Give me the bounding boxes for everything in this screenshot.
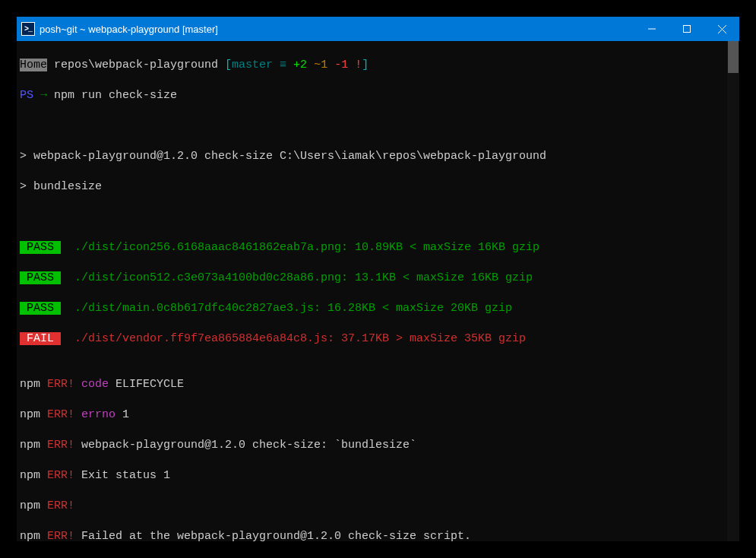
titlebar[interactable]: posh~git ~ webpack-playground [master] (17, 17, 739, 41)
check-message: ./dist/vendor.ff9f7ea865884e6a84c8.js: 3… (61, 332, 526, 345)
check-fail-line: FAIL ./dist/vendor.ff9f7ea865884e6a84c8.… (20, 331, 724, 347)
pass-badge: PASS (20, 271, 61, 284)
close-button[interactable] (704, 17, 739, 41)
npm-error: npm ERR! (20, 499, 724, 514)
npm-error: npm ERR! webpack-playground@1.2.0 check-… (20, 438, 724, 453)
powershell-icon (21, 22, 35, 36)
check-message: ./dist/icon256.6168aaac8461862eab7a.png:… (61, 241, 539, 254)
window-controls (634, 17, 739, 41)
maximize-button[interactable] (669, 17, 704, 41)
npm-error: npm ERR! Exit status 1 (20, 468, 724, 483)
scrollbar-thumb[interactable] (728, 41, 739, 73)
npm-error: npm ERR! Failed at the webpack-playgroun… (20, 529, 724, 541)
svg-rect-1 (684, 26, 691, 33)
check-pass-line: PASS ./dist/main.0c8b617dfc40c2827ae3.js… (20, 301, 724, 316)
check-message: ./dist/main.0c8b617dfc40c2827ae3.js: 16.… (61, 302, 512, 315)
pass-badge: PASS (20, 241, 61, 254)
minimize-icon (648, 25, 656, 33)
maximize-icon (683, 25, 691, 33)
check-pass-line: PASS ./dist/icon256.6168aaac8461862eab7a… (20, 240, 724, 255)
terminal-output[interactable]: Home repos\webpack-playground [master ≡ … (17, 41, 727, 541)
terminal-window: posh~git ~ webpack-playground [master] H… (17, 17, 739, 541)
pass-badge: PASS (20, 302, 61, 315)
fail-badge: FAIL (20, 332, 61, 345)
npm-header: > webpack-playground@1.2.0 check-size C:… (20, 149, 724, 164)
npm-error: npm ERR! code ELIFECYCLE (20, 377, 724, 392)
npm-error: npm ERR! errno 1 (20, 407, 724, 423)
command-line: PS → npm run check-size (20, 88, 724, 103)
close-icon (718, 25, 726, 33)
scrollbar[interactable] (727, 41, 739, 541)
home-badge: Home (20, 59, 47, 71)
check-message: ./dist/icon512.c3e073a4100bd0c28a86.png:… (61, 271, 533, 284)
terminal-body: Home repos\webpack-playground [master ≡ … (17, 41, 739, 541)
check-pass-line: PASS ./dist/icon512.c3e073a4100bd0c28a86… (20, 271, 724, 286)
titlebar-text: posh~git ~ webpack-playground [master] (40, 24, 634, 35)
minimize-button[interactable] (634, 17, 669, 41)
prompt-line: Home repos\webpack-playground [master ≡ … (20, 58, 724, 73)
npm-header: > bundlesize (20, 179, 724, 195)
